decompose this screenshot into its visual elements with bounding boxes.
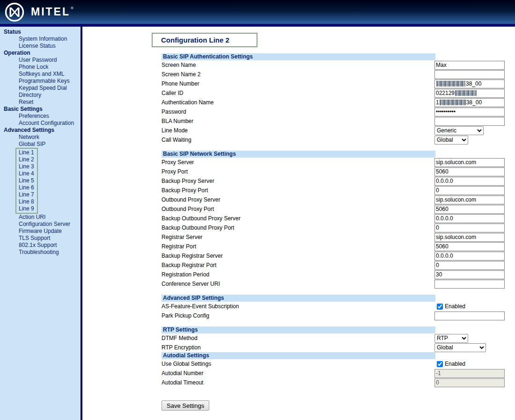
sidebar-item-troubleshooting[interactable]: Troubleshooting xyxy=(0,249,81,256)
phone-number-control: 38_00 xyxy=(434,80,505,88)
use-global-settings-checkbox-label: Enabled xyxy=(445,361,465,367)
backup-proxy-server-control xyxy=(434,177,505,186)
park-pickup-config-input[interactable] xyxy=(434,311,505,320)
sidebar-section-status: Status xyxy=(0,29,81,36)
use-global-settings-checkbox[interactable] xyxy=(437,361,443,367)
sidebar-item-global-sip[interactable]: Global SIP xyxy=(0,141,81,148)
form-row-screen-name-2: Screen Name 2 xyxy=(162,70,505,79)
form-row-registrar-server: Registrar Server xyxy=(162,232,505,242)
sidebar-nav: StatusSystem InformationLicense StatusOp… xyxy=(0,27,82,420)
backup-outbound-proxy-port-label: Backup Outbound Proxy Port xyxy=(162,223,434,232)
bla-number-control xyxy=(434,117,505,126)
form-row-proxy-server: Proxy Server xyxy=(162,158,505,167)
dtmf-method-control: RTP xyxy=(434,334,505,343)
screen-name-input[interactable] xyxy=(434,61,505,70)
caller-id-input[interactable]: 022129 xyxy=(434,89,505,98)
redacted-blur xyxy=(436,81,465,87)
form-row-autodial-timeout: Autodial Timeout xyxy=(162,378,505,387)
form-section-rtp-settings: RTP SettingsDTMF MethodRTPRTP Encryption… xyxy=(162,326,505,352)
outbound-proxy-port-control xyxy=(434,205,505,214)
sidebar-item-tls-support[interactable]: TLS Support xyxy=(0,235,81,242)
sidebar-item-user-password[interactable]: User Password xyxy=(0,57,81,64)
call-waiting-select[interactable]: Global xyxy=(434,136,468,145)
autodial-timeout-control xyxy=(434,378,505,387)
phone-number-input[interactable]: 38_00 xyxy=(434,80,505,88)
registration-period-label: Registration Period xyxy=(162,270,434,279)
form-row-outbound-proxy-server: Outbound Proxy Server xyxy=(162,195,505,204)
section-header-rtp-settings: RTP Settings xyxy=(162,326,435,333)
sidebar-item-action-uri[interactable]: Action URI xyxy=(0,214,81,221)
backup-registrar-port-input[interactable] xyxy=(434,261,505,270)
sidebar-item-preferences[interactable]: Preferences xyxy=(0,113,81,120)
save-settings-button[interactable]: Save Settings xyxy=(162,400,209,411)
backup-registrar-server-input[interactable] xyxy=(434,252,505,261)
registrar-server-input[interactable] xyxy=(434,233,505,242)
sidebar-item-network[interactable]: Network xyxy=(0,134,81,141)
dtmf-method-select[interactable]: RTP xyxy=(434,334,468,343)
sidebar-item-line-6[interactable]: Line 6 xyxy=(16,184,37,191)
section-header-autodial-settings: Autodial Settings xyxy=(162,352,435,359)
sidebar-item-directory[interactable]: Directory xyxy=(0,92,81,99)
form-section-basic-sip-network-settings: Basic SIP Network SettingsProxy ServerPr… xyxy=(162,151,505,289)
backup-proxy-port-label: Backup Proxy Port xyxy=(162,186,434,195)
conference-server-uri-input[interactable] xyxy=(434,280,505,289)
sidebar-item-softkeys-and-xml[interactable]: Softkeys and XML xyxy=(0,71,81,78)
bla-number-input[interactable] xyxy=(434,117,505,126)
screen-name-2-input[interactable] xyxy=(434,70,505,79)
sidebar-item-line-5[interactable]: Line 5 xyxy=(16,177,37,184)
backup-outbound-proxy-server-input[interactable] xyxy=(434,214,505,223)
form-row-park-pickup-config: Park Pickup Config xyxy=(162,311,505,320)
sidebar-item-line-3[interactable]: Line 3 xyxy=(16,163,37,170)
form-row-use-global-settings: Use Global SettingsEnabled xyxy=(162,359,505,369)
sidebar-item-line-8[interactable]: Line 8 xyxy=(16,198,37,205)
sidebar-item-reset[interactable]: Reset xyxy=(0,99,81,106)
form-row-autodial-number: Autodial Number xyxy=(162,369,505,378)
proxy-port-input[interactable] xyxy=(434,167,505,176)
value-fragment: 1 xyxy=(436,99,439,106)
backup-registrar-server-label: Backup Registrar Server xyxy=(162,251,434,261)
conference-server-uri-label: Conference Server URI xyxy=(162,279,434,289)
sidebar-item-firmware-update[interactable]: Firmware Update xyxy=(0,228,81,235)
sidebar-item-802-1x-support[interactable]: 802.1x Support xyxy=(0,242,81,249)
backup-outbound-proxy-port-input[interactable] xyxy=(434,224,505,232)
as-feature-event-subscription-checkbox[interactable] xyxy=(437,304,443,310)
proxy-server-input[interactable] xyxy=(434,158,505,167)
sidebar-item-line-9[interactable]: Line 9 xyxy=(16,205,37,212)
park-pickup-config-label: Park Pickup Config xyxy=(162,311,434,320)
sidebar-item-license-status[interactable]: License Status xyxy=(0,43,81,50)
backup-proxy-port-input[interactable] xyxy=(434,186,505,195)
sidebar-item-line-2[interactable]: Line 2 xyxy=(16,156,37,163)
sidebar-item-phone-lock[interactable]: Phone Lock xyxy=(0,64,81,71)
password-input[interactable] xyxy=(434,108,505,116)
form-row-registrar-port: Registrar Port xyxy=(162,242,505,251)
form-row-phone-number: Phone Number38_00 xyxy=(162,79,505,88)
mitel-logo: MITEL® xyxy=(5,2,73,22)
sidebar-item-programmable-keys[interactable]: Programmable Keys xyxy=(0,78,81,85)
form-row-bla-number: BLA Number xyxy=(162,116,505,126)
sidebar-item-line-1[interactable]: Line 1 xyxy=(16,149,37,156)
backup-proxy-server-input[interactable] xyxy=(434,177,505,186)
redacted-blur xyxy=(440,100,466,105)
outbound-proxy-server-input[interactable] xyxy=(434,196,505,204)
proxy-port-control xyxy=(434,167,505,176)
value-fragment: 38_00 xyxy=(466,80,481,87)
section-header-basic-sip-network-settings: Basic SIP Network Settings xyxy=(162,151,435,158)
sidebar-item-line-4[interactable]: Line 4 xyxy=(16,170,37,177)
sidebar-item-keypad-speed-dial[interactable]: Keypad Speed Dial xyxy=(0,85,81,92)
outbound-proxy-port-input[interactable] xyxy=(434,205,505,214)
page-title: Configuration Line 2 xyxy=(153,36,229,44)
config-form: Basic SIP Authentication SettingsScreen … xyxy=(162,53,505,387)
line-mode-control: Generic xyxy=(434,126,505,135)
sidebar-item-line-7[interactable]: Line 7 xyxy=(16,191,37,198)
registration-period-input[interactable] xyxy=(434,270,505,279)
registrar-port-input[interactable] xyxy=(434,242,505,251)
sidebar-item-system-information[interactable]: System Information xyxy=(0,36,81,43)
mitel-logo-icon xyxy=(5,2,24,22)
rtp-encryption-select[interactable]: Global xyxy=(434,343,486,352)
sidebar-item-configuration-server[interactable]: Configuration Server xyxy=(0,221,81,228)
authentication-name-input[interactable]: 138_00 xyxy=(434,98,505,107)
line-mode-select[interactable]: Generic xyxy=(434,126,484,135)
screen-name-2-label: Screen Name 2 xyxy=(162,70,434,79)
form-row-backup-registrar-server: Backup Registrar Server xyxy=(162,251,505,261)
sidebar-item-account-configuration[interactable]: Account Configuration xyxy=(0,120,81,127)
